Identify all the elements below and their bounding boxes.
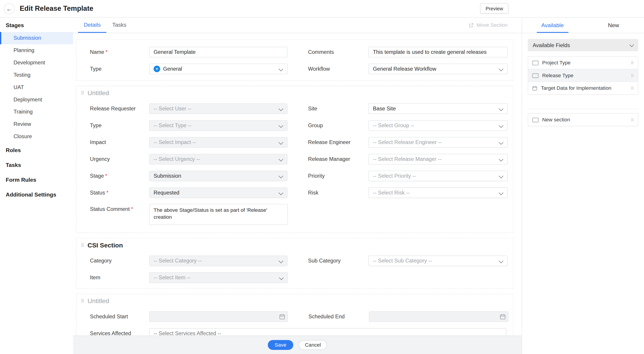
sidebar-item-training[interactable]: Training — [0, 106, 73, 118]
risk-label: Risk — [308, 190, 368, 196]
status-select[interactable]: Requested — [149, 187, 288, 198]
cancel-button[interactable]: Cancel — [299, 340, 327, 350]
tab-new[interactable]: New — [583, 17, 644, 33]
urgency-select[interactable]: -- Select Urgency -- — [149, 154, 288, 164]
workflow-select[interactable]: General Release Workflow — [368, 63, 508, 74]
sub-category-label: Sub Category — [308, 258, 368, 264]
group-select[interactable]: -- Select Group -- — [368, 120, 508, 131]
sidebar-item-additional-settings[interactable]: Additional Settings — [0, 188, 73, 202]
sidebar-item-closure[interactable]: Closure — [0, 130, 73, 143]
calendar-icon[interactable] — [500, 314, 506, 320]
category-select[interactable]: -- Select Category -- — [149, 255, 288, 266]
scheduled-start-field[interactable] — [149, 311, 288, 322]
chevron-down-icon — [499, 123, 504, 128]
right-panel-tabs: Available New — [522, 17, 644, 33]
drag-handle-icon[interactable]: ⠿ — [631, 118, 634, 122]
impact-select[interactable]: -- Select Impact -- — [149, 137, 288, 148]
required-mark: * — [131, 206, 133, 212]
drag-handle-icon[interactable]: ⠿ — [631, 86, 634, 90]
type-select[interactable]: ✦ General — [149, 63, 288, 74]
drag-handle-icon[interactable]: ⠿ — [631, 60, 634, 65]
chevron-down-icon — [499, 258, 504, 263]
scheduled-end-field[interactable] — [369, 311, 508, 322]
available-field-project-type[interactable]: Project Type ⠿ — [528, 56, 638, 69]
name-input[interactable] — [149, 47, 288, 57]
risk-select[interactable]: -- Select Risk -- — [368, 187, 508, 198]
sidebar: Stages Submission Planning Development T… — [0, 17, 74, 354]
available-field-target-data[interactable]: Target Data for Implementation ⠿ — [528, 82, 638, 94]
field-label: Release Type — [542, 73, 573, 78]
sidebar-item-deployment[interactable]: Deployment — [0, 93, 73, 106]
scheduled-start-input[interactable] — [149, 311, 288, 322]
field-label: Project Type — [542, 60, 570, 66]
required-mark: * — [105, 173, 107, 179]
scheduled-end-input[interactable] — [369, 311, 508, 322]
sidebar-item-roles[interactable]: Roles — [0, 144, 73, 157]
sidebar-item-form-rules[interactable]: Form Rules — [0, 173, 73, 187]
drag-handle-icon[interactable]: ⠿ — [81, 243, 84, 247]
item-select[interactable]: -- Select Item -- — [149, 272, 288, 283]
drag-handle-icon[interactable]: ⠿ — [631, 73, 634, 78]
chevron-down-icon — [499, 190, 504, 195]
drag-handle-icon[interactable]: ⠿ — [81, 91, 84, 95]
stage-select[interactable]: Submission — [149, 170, 288, 181]
new-section-item[interactable]: New section ⠿ — [528, 113, 638, 126]
required-mark: * — [106, 49, 108, 55]
sub-category-select[interactable]: -- Select Sub Category -- — [368, 255, 508, 266]
site-select[interactable]: Base Site — [368, 103, 508, 114]
tab-available[interactable]: Available — [522, 17, 583, 33]
sidebar-item-review[interactable]: Review — [0, 118, 73, 131]
sidebar-item-tasks[interactable]: Tasks — [0, 158, 73, 172]
move-section-icon — [469, 22, 474, 28]
available-fields-header[interactable]: Available Fields — [528, 39, 638, 51]
priority-select[interactable]: -- Select Priority -- — [368, 170, 508, 181]
move-section-button[interactable]: Move Section — [469, 17, 508, 33]
chevron-down-icon — [630, 42, 634, 47]
impact-label: Impact — [90, 139, 149, 145]
type2-select[interactable]: -- Select Type -- — [149, 120, 288, 131]
chevron-down-icon — [279, 173, 284, 178]
tab-tasks[interactable]: Tasks — [106, 17, 132, 33]
calendar-icon — [532, 86, 537, 91]
move-section-label: Move Section — [476, 22, 508, 28]
available-fields-list: Project Type ⠿ Release Type ⠿ Target Dat… — [528, 56, 638, 95]
section-untitled-1: ⠿ Untitled Release Requester -- Select U… — [76, 86, 513, 233]
save-button[interactable]: Save — [268, 340, 293, 350]
release-engineer-label: Release Engineer — [308, 139, 368, 145]
right-panel-body: Available Fields Project Type ⠿ Release … — [522, 33, 644, 132]
stage-label: Stage* — [90, 173, 149, 179]
available-field-release-type[interactable]: Release Type ⠿ — [528, 69, 638, 82]
status-comment-textarea[interactable]: The above Stage/Status is set as part of… — [149, 204, 288, 225]
release-requester-select[interactable]: -- Select User -- — [149, 103, 288, 114]
chevron-down-icon — [279, 275, 284, 280]
release-manager-select[interactable]: -- Select Release Manager -- — [368, 154, 508, 164]
new-section-label: New section — [542, 117, 570, 123]
chevron-down-icon — [279, 157, 284, 161]
type-label: Type — [90, 66, 149, 72]
release-engineer-select[interactable]: -- Select Release Engineer -- — [368, 137, 508, 148]
workflow-label: Workflow — [308, 66, 368, 72]
sidebar-item-testing[interactable]: Testing — [0, 69, 73, 81]
section-title: CSI Section — [88, 242, 123, 249]
chevron-down-icon — [499, 157, 504, 161]
drag-handle-icon[interactable]: ⠿ — [81, 299, 84, 303]
section-general: Name* Comments Type ✦ General Workflow G… — [76, 39, 513, 81]
chevron-down-icon — [279, 258, 284, 263]
calendar-icon[interactable] — [279, 314, 285, 320]
services-affected-label: Services Affected — [90, 330, 149, 336]
section-csi: ⠿ CSI Section Category -- Select Categor… — [76, 238, 513, 289]
scheduled-start-label: Scheduled Start — [90, 313, 149, 320]
sidebar-item-submission[interactable]: Submission — [0, 32, 73, 44]
section-title: Untitled — [88, 298, 109, 305]
sidebar-item-development[interactable]: Development — [0, 56, 73, 69]
preview-button[interactable]: Preview — [480, 3, 508, 14]
services-affected-input[interactable] — [149, 328, 506, 336]
sidebar-item-uat[interactable]: UAT — [0, 81, 73, 93]
back-button[interactable]: ← — [4, 3, 14, 14]
sidebar-item-planning[interactable]: Planning — [0, 44, 73, 56]
priority-label: Priority — [308, 173, 368, 179]
urgency-label: Urgency — [90, 156, 149, 162]
tab-details[interactable]: Details — [78, 17, 107, 33]
comments-input[interactable] — [368, 47, 508, 57]
general-type-icon: ✦ — [154, 65, 160, 72]
